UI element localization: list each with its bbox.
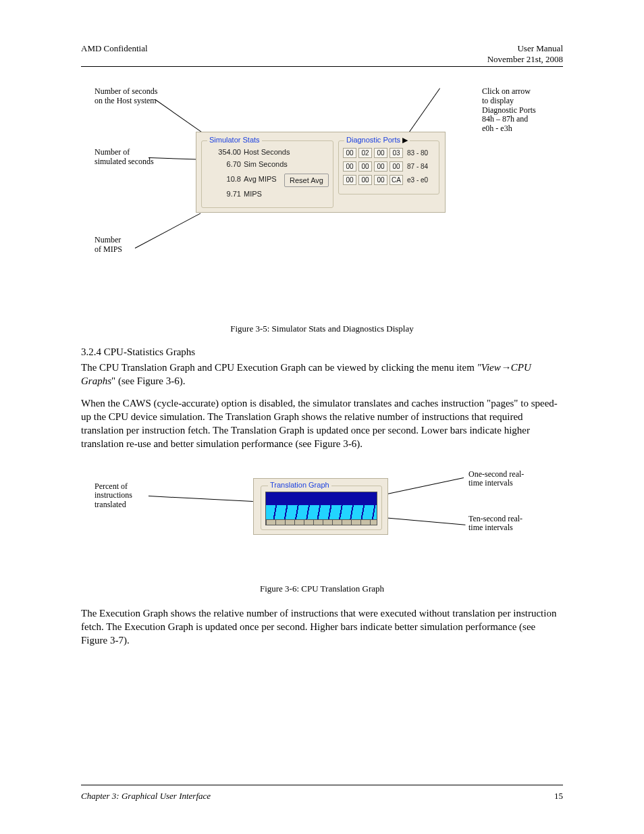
footer-page-number: 15 — [554, 791, 563, 802]
mips-label: MIPS — [244, 190, 327, 198]
sim-seconds-label: Sim Seconds — [244, 160, 327, 168]
callout-ten-second: Ten-second real-time intervals — [468, 515, 543, 533]
port-cell: 00 — [358, 175, 372, 185]
callout-host-seconds: Number of secondson the Host system — [95, 87, 157, 106]
port-label: e3 - e0 — [407, 176, 428, 184]
header-rule — [81, 66, 563, 67]
callout-mips: Numberof MIPS — [95, 236, 122, 255]
translation-graph-chart — [265, 492, 377, 525]
callout-line — [155, 99, 205, 134]
section-para-1: The CPU Translation Graph and CPU Execut… — [81, 361, 563, 388]
mips-value: 9.71 — [209, 190, 241, 198]
section-para-2: When the CAWS (cycle-accurate) option is… — [81, 396, 563, 451]
figure2-caption: Figure 3-6: CPU Translation Graph — [81, 583, 563, 594]
chevron-right-icon[interactable]: ▶ — [402, 136, 408, 144]
callout-diag-ports: Click on arrowto displayDiagnostic Ports… — [482, 87, 556, 134]
port-cell: 00 — [374, 175, 387, 185]
callout-line — [405, 88, 440, 138]
port-cell: 03 — [390, 148, 403, 158]
port-cell: 00 — [343, 148, 356, 158]
callout-one-second: One-second real-time intervals — [468, 470, 543, 489]
figure1-caption: Figure 3-5: Simulator Stats and Diagnost… — [81, 323, 563, 334]
port-row-0: 00 02 00 03 83 - 80 — [343, 148, 428, 158]
header-right-1: User Manual — [517, 43, 563, 53]
port-cell: 02 — [358, 148, 372, 158]
footer-rule — [81, 785, 563, 785]
port-row-2: 00 00 00 CA e3 - e0 — [343, 175, 428, 185]
port-cell: 00 — [358, 161, 372, 172]
port-label: 87 - 84 — [407, 163, 428, 170]
translation-graph-panel: Translation Graph — [253, 478, 388, 535]
port-cell: 00 — [343, 161, 356, 172]
port-row-1: 00 00 00 00 87 - 84 — [343, 161, 428, 172]
reset-avg-button[interactable]: Reset Avg — [284, 174, 329, 187]
tail-para: The Execution Graph shows the relative n… — [81, 606, 563, 648]
callout-line — [135, 213, 201, 249]
port-cell: 00 — [374, 161, 387, 172]
host-seconds-value: 354.00 — [209, 148, 241, 156]
sim-seconds-value: 6.70 — [209, 160, 241, 168]
avg-mips-value: 10.8 — [209, 175, 241, 183]
callout-percent-translated: Percent ofinstructionstranslated — [95, 482, 132, 510]
port-cell: CA — [390, 175, 403, 185]
diagnostic-ports-title: Diagnostic Ports ▶ — [344, 136, 410, 145]
stats-panel: Simulator Stats 354.00 Host Seconds 6.70… — [196, 132, 446, 213]
port-label: 83 - 80 — [407, 149, 428, 157]
port-cell: 00 — [374, 148, 387, 158]
section-heading: 3.2.4 CPU-Statistics Graphs — [81, 346, 563, 358]
header-left: AMD Confidential — [81, 43, 148, 65]
header-right-2: November 21st, 2008 — [487, 54, 563, 64]
port-cell: 00 — [390, 161, 403, 172]
translation-graph-title: Translation Graph — [268, 481, 331, 489]
simulator-stats-group: Simulator Stats 354.00 Host Seconds 6.70… — [201, 140, 333, 208]
host-seconds-label: Host Seconds — [244, 148, 327, 156]
port-cell: 00 — [343, 175, 356, 185]
footer-left: Chapter 3: Graphical User Interface — [81, 791, 211, 802]
diagnostic-ports-group: Diagnostic Ports ▶ 00 02 00 03 83 - 80 0… — [338, 140, 439, 194]
callout-sim-seconds: Number ofsimulated seconds — [95, 148, 154, 167]
avg-mips-label: Avg MIPS — [244, 175, 280, 183]
chart-axis — [266, 519, 377, 525]
simulator-stats-title: Simulator Stats — [207, 136, 262, 144]
